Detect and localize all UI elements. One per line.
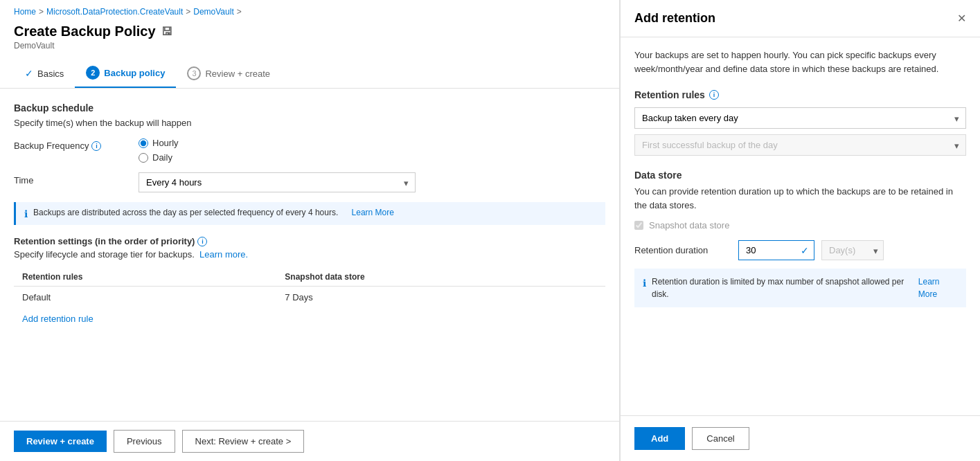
retention-table: Retention rules Snapshot data store Defa… [14, 268, 605, 308]
add-retention-rule-link[interactable]: Add retention rule [14, 308, 605, 329]
snapshot-checkbox-row: Snapshot data store [634, 220, 966, 230]
radio-daily[interactable]: Daily [139, 152, 605, 163]
tab-backup-policy-num: 2 [86, 66, 100, 80]
time-select-wrapper: Every 4 hours Every 6 hours Every 8 hour… [139, 172, 416, 192]
snapshot-checkbox-label: Snapshot data store [649, 220, 729, 230]
data-store-title: Data store [634, 170, 966, 181]
panel-info-icon[interactable]: i [709, 90, 719, 100]
tab-basics[interactable]: ✓ Basics [14, 61, 75, 86]
breadcrumb: Home > Microsoft.DataProtection.CreateVa… [0, 0, 619, 21]
retention-rules-dropdown1[interactable]: Backup taken every day Backup taken ever… [634, 107, 966, 129]
learn-more-link[interactable]: Learn More [352, 208, 394, 217]
panel-title: Add retention [634, 11, 715, 26]
col-rules: Retention rules [14, 268, 276, 287]
panel-footer: Add Cancel [621, 415, 980, 461]
time-select[interactable]: Every 4 hours Every 6 hours Every 8 hour… [139, 172, 416, 192]
rule-name: Default [14, 287, 276, 309]
backup-schedule-title: Backup schedule [14, 102, 605, 114]
radio-hourly-input[interactable] [139, 138, 148, 148]
retention-info-text: Retention duration is limited by max num… [652, 275, 905, 300]
col-snapshot: Snapshot data store [276, 268, 605, 287]
right-panel: Add retention ✕ Your backups are set to … [620, 0, 980, 461]
breadcrumb-sep2: > [186, 7, 190, 17]
retention-unit-wrapper: Day(s) Week(s) Month(s) Year(s) [821, 240, 884, 260]
time-control: Every 4 hours Every 6 hours Every 8 hour… [139, 172, 605, 192]
next-button[interactable]: Next: Review + create > [182, 430, 305, 453]
retention-settings: Retention settings (in the order of prio… [14, 236, 605, 329]
radio-hourly[interactable]: Hourly [139, 138, 605, 148]
tab-review-create-label: Review + create [205, 69, 270, 79]
lifecycle-desc: Specify lifecycle and storage tier for b… [14, 249, 605, 260]
retention-duration-row: Retention duration ✓ Day(s) Week(s) Mont… [634, 240, 966, 260]
retention-info-box: ℹ Retention duration is limited by max n… [634, 269, 966, 307]
panel-desc: Your backups are set to happen hourly. Y… [634, 48, 966, 75]
time-row: Time Every 4 hours Every 6 hours Every 8… [14, 172, 605, 192]
cancel-button[interactable]: Cancel [692, 427, 749, 450]
data-store-section: Data store You can provide retention dur… [634, 170, 966, 307]
review-create-button[interactable]: Review + create [14, 431, 107, 452]
panel-header: Add retention ✕ [621, 0, 980, 37]
breadcrumb-create-vault[interactable]: Microsoft.DataProtection.CreateVault [46, 7, 183, 17]
data-store-desc: You can provide retention duration up to… [634, 185, 966, 212]
tab-review-create[interactable]: 3 Review + create [176, 60, 281, 87]
retention-rules-dropdown2-wrapper: First successful backup of the day Last … [634, 134, 966, 156]
left-panel: Home > Microsoft.DataProtection.CreateVa… [0, 0, 620, 461]
snapshot-checkbox [634, 221, 643, 230]
panel-learn-more-link[interactable]: Learn More [918, 275, 958, 300]
radio-daily-label: Daily [152, 152, 172, 163]
frequency-info-text: Backups are distributed across the day a… [33, 208, 338, 217]
frequency-row: Backup Frequency i Hourly Daily [14, 138, 605, 163]
frequency-info-box: ℹ Backups are distributed across the day… [14, 202, 605, 225]
tab-backup-policy-label: Backup policy [104, 68, 165, 78]
breadcrumb-sep3: > [237, 7, 242, 17]
panel-content: Your backups are set to happen hourly. Y… [621, 37, 980, 415]
page-footer: Review + create Previous Next: Review + … [0, 421, 619, 461]
rule-snapshot: 7 Days [276, 287, 605, 309]
priority-label: Retention settings (in the order of prio… [14, 236, 605, 246]
save-icon[interactable]: 🖫 [161, 26, 172, 38]
breadcrumb-home[interactable]: Home [14, 7, 36, 17]
info-icon: ℹ [24, 208, 28, 219]
frequency-info-icon[interactable]: i [91, 141, 101, 151]
tab-basics-label: Basics [37, 69, 64, 79]
page-title-area: Create Backup Policy 🖫 DemoVault [0, 21, 619, 59]
radio-hourly-label: Hourly [152, 138, 179, 148]
breadcrumb-demo-vault[interactable]: DemoVault [193, 7, 233, 17]
time-label: Time [14, 172, 125, 186]
close-button[interactable]: ✕ [957, 12, 966, 25]
add-button[interactable]: Add [634, 427, 685, 450]
previous-button[interactable]: Previous [114, 430, 175, 453]
page-title-text: Create Backup Policy [14, 24, 156, 39]
tab-bar: ✓ Basics 2 Backup policy 3 Review + crea… [0, 59, 619, 89]
main-content: Backup schedule Specify time(s) when the… [0, 89, 619, 421]
check-icon: ✓ [25, 68, 33, 79]
panel-info-circle: ℹ [643, 276, 646, 291]
retention-rules-dropdown2[interactable]: First successful backup of the day Last … [634, 134, 966, 156]
panel-retention-rules-title: Retention rules i [634, 89, 966, 100]
frequency-label: Backup Frequency i [14, 138, 125, 151]
tab-review-create-num: 3 [187, 66, 201, 80]
table-row: Default 7 Days [14, 287, 605, 309]
retention-duration-label: Retention duration [634, 245, 731, 255]
breadcrumb-sep1: > [39, 7, 44, 17]
tab-backup-policy[interactable]: 2 Backup policy [75, 59, 176, 88]
radio-daily-input[interactable] [139, 153, 148, 163]
retention-unit-select[interactable]: Day(s) Week(s) Month(s) Year(s) [821, 240, 884, 260]
duration-check-icon: ✓ [801, 245, 809, 256]
lifecycle-learn-more[interactable]: Learn more. [199, 249, 248, 260]
retention-rules-dropdown1-wrapper: Backup taken every day Backup taken ever… [634, 107, 966, 129]
frequency-radio-group: Hourly Daily [139, 138, 605, 163]
retention-duration-input-wrapper: ✓ [738, 240, 814, 260]
backup-schedule-desc: Specify time(s) when the backup will hap… [14, 118, 605, 128]
retention-info-icon[interactable]: i [197, 237, 207, 246]
page-subtitle: DemoVault [14, 41, 605, 51]
